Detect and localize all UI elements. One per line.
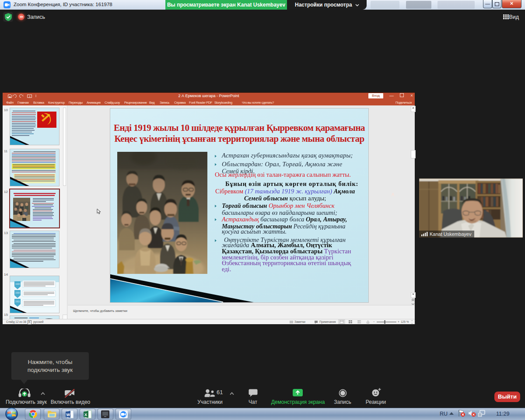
svg-text:1921: 1921 xyxy=(15,300,20,303)
svg-text:Kanat Uskembayev: Kanat Uskembayev xyxy=(430,231,472,237)
svg-text:W: W xyxy=(66,413,70,417)
svg-text:X: X xyxy=(84,413,87,417)
svg-text:1920: 1920 xyxy=(15,283,20,285)
svg-text:1920: 1920 xyxy=(15,291,20,294)
